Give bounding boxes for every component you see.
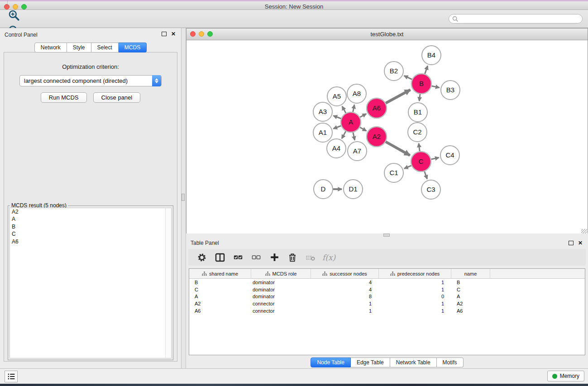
network-graph[interactable]: B4B2BB3A8A5A6A3B1AA1C2A2A4A7C4CC1C3DD1 — [186, 40, 588, 234]
result-item[interactable]: A6 — [10, 238, 171, 245]
close-table-panel-icon[interactable]: ✕ — [578, 241, 583, 245]
column-layout-icon[interactable] — [212, 251, 228, 264]
splitter-grip[interactable] — [182, 194, 185, 201]
svg-text:B: B — [419, 80, 424, 87]
result-item[interactable]: C — [10, 230, 171, 238]
edge-B-B1[interactable] — [419, 94, 420, 101]
horizontal-splitter-grip[interactable] — [383, 234, 390, 237]
column-header-predecessor-nodes[interactable]: predecessor nodes — [379, 269, 451, 278]
graph-node-D1[interactable]: D1 — [344, 180, 363, 199]
edge-A-A3[interactable] — [333, 116, 341, 119]
list-icon — [6, 372, 16, 381]
graph-node-B4[interactable]: B4 — [422, 46, 441, 65]
edge-A-A8[interactable] — [353, 105, 354, 112]
graph-node-A7[interactable]: A7 — [348, 142, 367, 161]
graph-node-A2[interactable]: A2 — [367, 127, 387, 147]
table-row[interactable]: Adominator80A — [189, 293, 585, 300]
edge-A-A4[interactable] — [342, 131, 346, 138]
mcds-result-list[interactable]: A2ABCA6 — [10, 208, 172, 358]
edge-A6-B[interactable] — [386, 90, 410, 103]
graph-node-A4[interactable]: A4 — [327, 139, 346, 158]
table-row[interactable]: Bdominator41B — [189, 279, 585, 286]
graph-node-D[interactable]: D — [314, 180, 333, 199]
memory-button[interactable]: Memory — [547, 371, 584, 381]
tab-motifs[interactable]: Motifs — [437, 357, 464, 367]
tab-style[interactable]: Style — [67, 43, 91, 52]
graph-node-A3[interactable]: A3 — [313, 102, 332, 121]
edge-A-A7[interactable] — [353, 132, 355, 140]
graph-node-C2[interactable]: C2 — [408, 123, 427, 142]
table-cell: A — [451, 294, 490, 299]
edge-A-A5[interactable] — [342, 106, 346, 113]
graph-node-C4[interactable]: C4 — [440, 146, 459, 165]
control-panel-title: Control Panel — [5, 32, 38, 38]
task-history-button[interactable] — [5, 371, 18, 382]
deselect-all-icon[interactable] — [248, 251, 264, 264]
graph-node-A6[interactable]: A6 — [367, 98, 387, 118]
tab-node-table[interactable]: Node Table — [311, 357, 351, 367]
column-header-MCDS-role[interactable]: MCDS role — [251, 269, 311, 278]
edge-C-C4[interactable] — [431, 157, 439, 159]
result-item[interactable]: B — [10, 223, 171, 230]
column-header-successor-nodes[interactable]: successor nodes — [311, 269, 379, 278]
edge-C-C3[interactable] — [425, 172, 427, 179]
network-canvas[interactable]: B4B2BB3A8A5A6A3B1AA1C2A2A4A7C4CC1C3DD1 — [186, 40, 588, 235]
horizontal-splitter[interactable] — [186, 234, 588, 237]
float-table-panel-icon[interactable] — [569, 241, 574, 245]
graph-node-B2[interactable]: B2 — [384, 62, 403, 81]
delete-column-icon[interactable] — [284, 251, 301, 264]
close-panel-icon[interactable]: ✕ — [171, 32, 176, 36]
table-row[interactable]: Cdominator41C — [189, 286, 585, 293]
tab-mcds[interactable]: MCDS — [119, 43, 147, 52]
edge-B-B4[interactable] — [425, 66, 428, 74]
add-column-icon[interactable] — [266, 251, 282, 264]
graph-node-C[interactable]: C — [411, 152, 431, 172]
edge-B-B3[interactable] — [431, 86, 439, 88]
edge-C-C1[interactable] — [404, 166, 411, 169]
edge-A-A6[interactable] — [360, 114, 366, 117]
tab-select[interactable]: Select — [91, 43, 119, 52]
graph-node-A5[interactable]: A5 — [327, 87, 346, 106]
result-item[interactable]: A2 — [10, 208, 171, 215]
graph-node-A[interactable]: A — [341, 112, 361, 132]
column-header-label: successor nodes — [330, 271, 367, 276]
search-input[interactable] — [449, 14, 583, 24]
table-row[interactable]: A6connector11A6 — [189, 307, 585, 315]
table-settings-icon[interactable] — [194, 251, 210, 264]
edge-C-C2[interactable] — [419, 143, 420, 151]
panel-splitter[interactable] — [181, 28, 186, 369]
graph-node-C1[interactable]: C1 — [384, 163, 403, 182]
graph-node-B3[interactable]: B3 — [441, 81, 460, 100]
table-row[interactable]: A2connector11A2 — [189, 300, 585, 307]
graph-node-A8[interactable]: A8 — [347, 84, 366, 103]
graph-node-B[interactable]: B — [411, 74, 431, 94]
select-all-icon[interactable] — [230, 251, 246, 264]
tab-edge-table[interactable]: Edge Table — [351, 357, 390, 367]
optimization-criterion-dropdown[interactable]: largest connected component (directed) — [19, 75, 162, 86]
svg-text:A5: A5 — [333, 92, 341, 100]
graph-node-A1[interactable]: A1 — [313, 123, 332, 142]
result-item[interactable]: A — [10, 215, 171, 223]
network-view-titlebar[interactable]: testGlobe.txt — [186, 29, 588, 40]
tab-network-table[interactable]: Network Table — [390, 357, 437, 367]
edge-B-B2[interactable] — [404, 76, 412, 79]
zoom-in-icon[interactable] — [5, 8, 24, 23]
table-cell: 0 — [379, 294, 451, 299]
svg-text:A4: A4 — [332, 144, 340, 152]
table-cell: dominator — [251, 294, 311, 299]
run-mcds-button[interactable]: Run MCDS — [41, 92, 87, 103]
edge-A2-C[interactable] — [386, 142, 410, 155]
close-panel-button[interactable]: Close panel — [93, 92, 141, 103]
edge-A-A1[interactable] — [333, 126, 341, 129]
graph-node-B1[interactable]: B1 — [408, 103, 427, 122]
edge-A-A2[interactable] — [360, 127, 366, 131]
window-title: Session: New Session — [0, 3, 588, 10]
tab-network[interactable]: Network — [34, 43, 67, 52]
result-scrollbar[interactable] — [165, 208, 171, 358]
graph-node-C3[interactable]: C3 — [421, 180, 440, 199]
column-header-shared-name[interactable]: shared name — [189, 269, 251, 278]
node-table: shared nameMCDS rolesuccessor nodesprede… — [189, 268, 585, 355]
memory-status-icon — [552, 374, 557, 379]
float-panel-icon[interactable] — [162, 32, 167, 36]
column-header-name[interactable]: name — [451, 269, 490, 278]
